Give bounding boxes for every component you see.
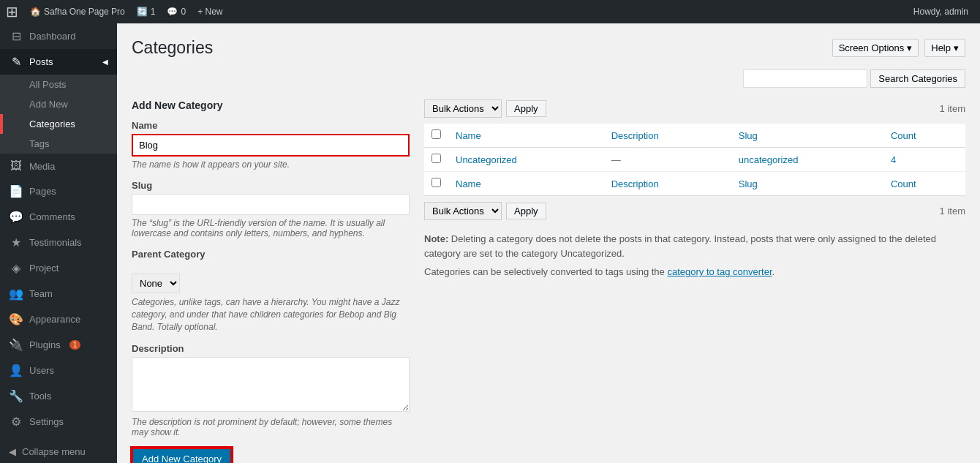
add-new-category-button[interactable]: Add New Category <box>132 448 232 463</box>
converter-link[interactable]: category to tag converter <box>667 266 772 277</box>
tfoot-slug-label: Slug <box>739 178 758 189</box>
row-count-link[interactable]: 4 <box>891 154 896 165</box>
add-new-label: Add New <box>29 99 68 110</box>
name-field: Name The name is how it appears on your … <box>132 120 410 170</box>
tools-icon: 🔧 <box>9 389 23 403</box>
description-field: Description The description is not promi… <box>132 343 410 437</box>
sidebar-item-tools[interactable]: 🔧 Tools <box>0 383 117 409</box>
tfoot-description[interactable]: Description <box>604 172 731 196</box>
table-body: Uncategorized — uncategorized 4 <box>424 148 965 172</box>
users-icon: 👤 <box>9 364 23 377</box>
sidebar-item-appearance[interactable]: 🎨 Appearance <box>0 306 117 332</box>
tools-label: Tools <box>29 391 51 402</box>
users-label: Users <box>29 365 54 376</box>
tfoot-count[interactable]: Count <box>883 172 965 196</box>
collapse-menu[interactable]: ◀ Collapse menu <box>0 440 117 463</box>
apply-button-top[interactable]: Apply <box>506 100 546 117</box>
posts-arrow-icon: ◀ <box>102 58 108 66</box>
tfoot-name[interactable]: Name <box>448 172 604 196</box>
sidebar-item-categories[interactable]: Categories <box>0 114 117 134</box>
search-categories-button[interactable]: Search Categories <box>870 69 965 88</box>
sidebar-item-testimonials[interactable]: ★ Testimonials <box>0 230 117 255</box>
adminbar-comments[interactable]: 💬 0 <box>161 0 192 23</box>
add-category-heading: Add New Category <box>132 99 410 111</box>
slug-input[interactable] <box>132 194 410 215</box>
dashboard-label: Dashboard <box>29 31 76 42</box>
row-name-cell: Uncategorized <box>448 148 604 172</box>
help-button[interactable]: Help ▾ <box>924 39 965 57</box>
sidebar-item-tags[interactable]: Tags <box>0 134 117 154</box>
sidebar: ⊟ Dashboard ✎ Posts ◀ All Posts Add New … <box>0 23 117 463</box>
add-category-form: Add New Category Name The name is how it… <box>132 99 410 463</box>
table-row: Uncategorized — uncategorized 4 <box>424 148 965 172</box>
testimonials-label: Testimonials <box>29 237 82 248</box>
media-label: Media <box>29 161 55 172</box>
team-icon: 👥 <box>9 287 23 301</box>
tfoot-slug[interactable]: Slug <box>731 172 883 196</box>
bulk-actions-select-top[interactable]: Bulk Actions <box>424 99 502 118</box>
apply-top-label: Apply <box>514 103 538 114</box>
adminbar-site[interactable]: 🏠 Safha One Page Pro <box>24 0 131 23</box>
sidebar-item-project[interactable]: ◈ Project <box>0 255 117 281</box>
table-header-row: Name Description Slug Count <box>424 124 965 148</box>
plugins-label: Plugins <box>29 339 61 350</box>
update-icon: 🔄 <box>137 7 148 17</box>
sidebar-item-comments[interactable]: 💬 Comments <box>0 204 117 230</box>
description-label: Description <box>132 343 410 354</box>
sidebar-item-all-posts[interactable]: All Posts <box>0 75 117 94</box>
categories-layout: Add New Category Name The name is how it… <box>132 99 965 463</box>
sidebar-item-users[interactable]: 👤 Users <box>0 358 117 383</box>
th-count[interactable]: Count <box>883 124 965 148</box>
adminbar-howdy: Howdy, admin <box>908 7 974 17</box>
note-box: Note: Deleting a category does not delet… <box>424 232 965 279</box>
sidebar-item-dashboard[interactable]: ⊟ Dashboard <box>0 23 117 49</box>
comment-count: 0 <box>181 7 186 17</box>
settings-label: Settings <box>29 416 64 427</box>
screen-options-button[interactable]: Screen Options ▾ <box>832 39 919 57</box>
description-textarea[interactable] <box>132 357 410 412</box>
testimonials-icon: ★ <box>9 236 23 249</box>
name-hint: The name is how it appears on your site. <box>132 159 410 170</box>
sidebar-item-add-new[interactable]: Add New <box>0 94 117 114</box>
sidebar-item-posts[interactable]: ✎ Posts ◀ <box>0 49 117 75</box>
main-content: Categories Screen Options ▾ Help ▾ Searc… <box>117 23 980 463</box>
th-name[interactable]: Name <box>448 124 604 148</box>
apply-button-bottom[interactable]: Apply <box>506 203 546 219</box>
select-all-checkbox[interactable] <box>431 129 441 139</box>
col-name-label: Name <box>456 130 481 141</box>
tfoot-count-label: Count <box>891 178 916 189</box>
select-all-checkbox-bottom[interactable] <box>431 178 441 187</box>
sidebar-item-team[interactable]: 👥 Team <box>0 281 117 306</box>
apply-bottom-label: Apply <box>514 206 538 217</box>
sidebar-item-settings[interactable]: ⚙ Settings <box>0 409 117 434</box>
th-description[interactable]: Description <box>604 124 731 148</box>
tfoot-checkbox <box>424 172 448 196</box>
project-label: Project <box>29 263 59 274</box>
plugins-badge: 1 <box>69 340 81 350</box>
sidebar-item-plugins[interactable]: 🔌 Plugins 1 <box>0 332 117 358</box>
converter-link-text: category to tag converter <box>667 266 772 277</box>
row-checkbox[interactable] <box>431 154 441 163</box>
adminbar-new[interactable]: + New <box>192 0 228 23</box>
search-categories-label: Search Categories <box>878 73 957 84</box>
sidebar-item-media[interactable]: 🖼 Media <box>0 154 117 178</box>
name-input[interactable] <box>132 134 410 157</box>
search-categories-input[interactable] <box>743 69 867 88</box>
new-label: + New <box>197 7 222 17</box>
th-slug[interactable]: Slug <box>731 124 883 148</box>
sidebar-item-pages[interactable]: 📄 Pages <box>0 178 117 204</box>
comment-icon: 💬 <box>167 7 178 17</box>
row-slug: uncategorized <box>739 154 799 165</box>
adminbar-updates[interactable]: 🔄 1 <box>131 0 162 23</box>
category-name-link[interactable]: Uncategorized <box>456 154 517 165</box>
appearance-icon: 🎨 <box>9 312 23 326</box>
tfoot-name-label: Name <box>456 178 481 189</box>
bulk-actions-select-bottom[interactable]: Bulk Actions <box>424 202 502 220</box>
pages-label: Pages <box>29 186 56 197</box>
media-icon: 🖼 <box>9 159 23 173</box>
th-checkbox <box>424 124 448 148</box>
parent-select[interactable]: None <box>132 274 180 293</box>
collapse-icon: ◀ <box>9 446 16 457</box>
slug-hint: The “slug” is the URL-friendly version o… <box>132 218 410 238</box>
converter-text: Categories can be selectively converted … <box>424 266 667 277</box>
